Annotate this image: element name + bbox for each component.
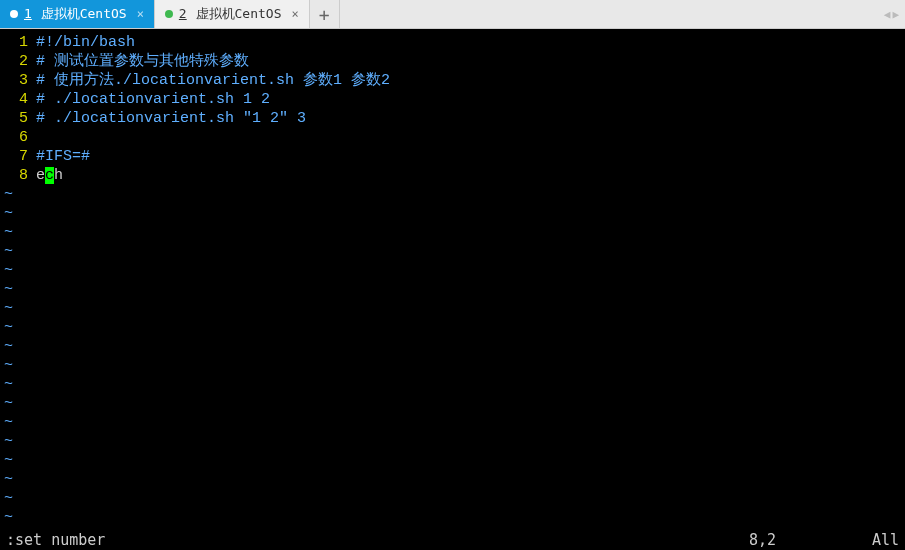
status-percent: All	[859, 531, 899, 550]
tab-label: 2 虚拟机CentOS	[179, 5, 282, 23]
empty-line-tilde: ~	[0, 432, 905, 451]
status-dot-icon	[165, 10, 173, 18]
empty-line-tilde: ~	[0, 185, 905, 204]
code-text: # 测试位置参数与其他特殊参数	[36, 52, 249, 71]
empty-line-tilde: ~	[0, 261, 905, 280]
chevron-right-icon[interactable]: ▶	[892, 8, 899, 21]
empty-line-tilde: ~	[0, 299, 905, 318]
line-number: 1	[0, 33, 36, 52]
tab-bar: 1 虚拟机CentOS × 2 虚拟机CentOS × + ◀ ▶	[0, 0, 905, 29]
line-number: 5	[0, 109, 36, 128]
empty-line-tilde: ~	[0, 337, 905, 356]
empty-line-tilde: ~	[0, 394, 905, 413]
tab-nav-arrows: ◀ ▶	[884, 8, 899, 21]
code-line-cursor: 8ech	[0, 166, 905, 185]
tab-2[interactable]: 2 虚拟机CentOS ×	[155, 0, 310, 28]
code-line: 4# ./locationvarient.sh 1 2	[0, 90, 905, 109]
close-icon[interactable]: ×	[137, 7, 144, 21]
empty-line-tilde: ~	[0, 470, 905, 489]
code-line: 7#IFS=#	[0, 147, 905, 166]
empty-line-tilde: ~	[0, 242, 905, 261]
code-line: 1#!/bin/bash	[0, 33, 905, 52]
tab-1[interactable]: 1 虚拟机CentOS ×	[0, 0, 155, 28]
status-position: 8,2	[749, 531, 859, 550]
code-text: # ./locationvarient.sh 1 2	[36, 90, 270, 109]
line-number: 4	[0, 90, 36, 109]
code-text: # ./locationvarient.sh "1 2" 3	[36, 109, 306, 128]
tab-label: 1 虚拟机CentOS	[24, 5, 127, 23]
line-number: 7	[0, 147, 36, 166]
chevron-left-icon[interactable]: ◀	[884, 8, 891, 21]
status-dot-icon	[10, 10, 18, 18]
line-number: 6	[0, 128, 36, 147]
code-line: 2# 测试位置参数与其他特殊参数	[0, 52, 905, 71]
code-line: 3# 使用方法./locationvarient.sh 参数1 参数2	[0, 71, 905, 90]
code-text: #IFS=#	[36, 147, 90, 166]
add-tab-button[interactable]: +	[310, 0, 340, 28]
line-number: 8	[0, 166, 36, 185]
code-line: 5# ./locationvarient.sh "1 2" 3	[0, 109, 905, 128]
empty-line-tilde: ~	[0, 413, 905, 432]
status-command: :set number	[6, 531, 105, 550]
vim-status-bar: :set number 8,2 All	[0, 530, 905, 550]
line-number: 3	[0, 71, 36, 90]
cursor-icon: c	[45, 167, 54, 184]
empty-line-tilde: ~	[0, 356, 905, 375]
empty-line-tilde: ~	[0, 280, 905, 299]
line-number: 2	[0, 52, 36, 71]
empty-line-tilde: ~	[0, 508, 905, 527]
empty-line-tilde: ~	[0, 204, 905, 223]
editor[interactable]: 1#!/bin/bash2# 测试位置参数与其他特殊参数3# 使用方法./loc…	[0, 29, 905, 550]
close-icon[interactable]: ×	[291, 7, 298, 21]
empty-line-tilde: ~	[0, 489, 905, 508]
empty-line-tilde: ~	[0, 223, 905, 242]
empty-line-tilde: ~	[0, 375, 905, 394]
code-line: 6	[0, 128, 905, 147]
code-text: # 使用方法./locationvarient.sh 参数1 参数2	[36, 71, 390, 90]
code-text: ech	[36, 166, 63, 185]
code-text: #!/bin/bash	[36, 33, 135, 52]
empty-line-tilde: ~	[0, 318, 905, 337]
empty-line-tilde: ~	[0, 451, 905, 470]
